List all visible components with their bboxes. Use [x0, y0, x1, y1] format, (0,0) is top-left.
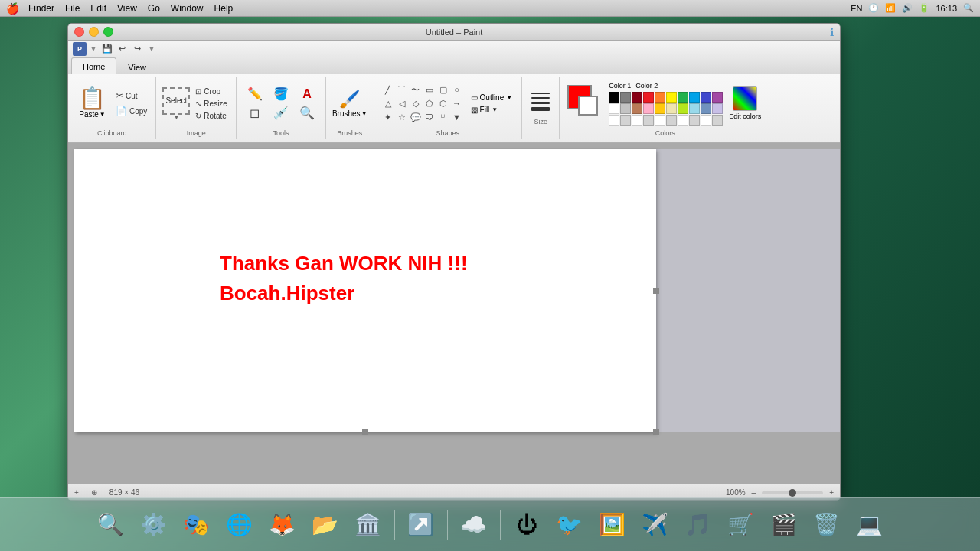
zoom-out-button[interactable]: – [752, 488, 756, 497]
color-lg3[interactable] [643, 115, 654, 126]
color-lg5[interactable] [689, 115, 700, 126]
minimize-button[interactable]: − [89, 27, 99, 37]
color-indigo[interactable] [701, 92, 711, 103]
tab-home[interactable]: Home [71, 57, 116, 74]
dock-system-prefs[interactable]: ⚙️ [134, 505, 174, 545]
dock-cloud[interactable]: ☁️ [454, 505, 494, 545]
dock-music[interactable]: 🎵 [678, 505, 718, 545]
text-button[interactable]: A [295, 85, 319, 103]
status-plus[interactable]: + [74, 488, 79, 497]
resize-button[interactable]: ⤡ Resize [193, 99, 230, 109]
dock-trash[interactable]: 🗑️ [807, 505, 847, 545]
menubar-finder[interactable]: Finder [28, 3, 54, 14]
dock-browser[interactable]: 🌐 [220, 505, 260, 545]
menubar-help[interactable]: Help [214, 3, 234, 14]
paint-menu-button[interactable]: P [73, 42, 87, 56]
canvas-resize-handle[interactable] [653, 429, 659, 435]
color-lightblue[interactable] [689, 103, 700, 114]
color-pink[interactable] [643, 103, 654, 114]
brushes-dropdown[interactable]: Brushes ▼ [332, 109, 368, 118]
fill-color-button[interactable]: ▧ Fill ▼ [469, 105, 514, 115]
color-red[interactable] [643, 92, 654, 103]
dock-power[interactable]: ⏻ [507, 505, 547, 545]
dock-twitter[interactable]: 🐦 [550, 505, 590, 545]
edit-colors-button[interactable]: Edit colors [726, 83, 764, 123]
shape-more3[interactable]: 💬 [410, 111, 422, 123]
color-gray[interactable] [620, 92, 631, 103]
color-steelblue[interactable] [701, 103, 711, 114]
color-lime[interactable] [678, 103, 688, 114]
menubar-edit[interactable]: Edit [90, 3, 106, 14]
shape-rtriangle[interactable]: ◁ [396, 97, 408, 109]
color-white2[interactable] [609, 115, 619, 126]
color-darkred[interactable] [632, 92, 642, 103]
fill-button[interactable]: 🪣 [269, 85, 293, 103]
redo-icon[interactable]: ↪ [131, 42, 145, 56]
paint-canvas[interactable]: Thanks Gan WORK NIH !!! Bocah.Hipster [74, 149, 656, 432]
color-lg4[interactable] [666, 115, 677, 126]
dock-finder[interactable]: 🔍 [91, 505, 131, 545]
shape-arrow[interactable]: → [451, 97, 463, 109]
save-icon[interactable]: 💾 [100, 42, 114, 56]
zoom-in-button[interactable]: + [829, 488, 834, 497]
shape-freeform[interactable]: 〜 [410, 83, 422, 96]
color-lg6[interactable] [712, 115, 723, 126]
undo-icon[interactable]: ↩ [116, 42, 129, 56]
color-w5[interactable] [678, 115, 688, 126]
dock-appstore[interactable]: 🛒 [721, 505, 761, 545]
copy-button[interactable]: 📄 Copy [113, 105, 149, 117]
tab-view[interactable]: View [116, 59, 158, 74]
shape-more1[interactable]: ✦ [382, 111, 394, 123]
dock-share[interactable]: ↗️ [401, 505, 441, 545]
color-gold[interactable] [655, 103, 665, 114]
shape-rect[interactable]: ▭ [423, 83, 436, 96]
outline-button[interactable]: ▭ Outline ▼ [469, 93, 514, 103]
menubar-go[interactable]: Go [148, 3, 160, 14]
rotate-button[interactable]: ↻ Rotate [193, 111, 230, 121]
paste-button[interactable]: 📋 Paste ▼ [74, 85, 110, 122]
shape-ellipse[interactable]: ○ [451, 83, 463, 96]
dock-library[interactable]: 🏛️ [348, 505, 388, 545]
dock-desktop[interactable]: 💻 [850, 505, 890, 545]
help-icon[interactable]: ℹ [830, 26, 834, 38]
cut-button[interactable]: ✂ Cut [113, 90, 149, 102]
color2-swatch[interactable] [578, 96, 598, 116]
color-white[interactable] [609, 103, 619, 114]
shape-pentagon[interactable]: ⬠ [423, 97, 436, 109]
magnify-button[interactable]: 🔍 [295, 104, 319, 122]
dock-photos[interactable]: 🖼️ [593, 505, 632, 545]
maximize-button[interactable]: + [103, 27, 113, 37]
canvas-area[interactable]: Thanks Gan WORK NIH !!! Bocah.Hipster [68, 143, 840, 484]
select-button[interactable]: Select [162, 87, 190, 115]
color-w4[interactable] [655, 115, 665, 126]
menubar-window[interactable]: Window [171, 3, 204, 14]
eraser-button[interactable]: ◻ [243, 104, 267, 122]
brush-icon[interactable]: 🖌️ [339, 90, 360, 109]
crop-button[interactable]: ⊡ Crop [193, 86, 230, 96]
close-button[interactable]: ✕ [74, 27, 84, 37]
shape-curve[interactable]: ⌒ [396, 83, 408, 96]
color-lavender[interactable] [712, 103, 723, 114]
color-cream[interactable] [666, 103, 677, 114]
dock-pilot[interactable]: ✈️ [635, 505, 675, 545]
dock-firefox[interactable]: 🦊 [263, 505, 302, 545]
color-lightgray[interactable] [620, 103, 631, 114]
pencil-button[interactable]: ✏️ [243, 85, 267, 103]
color-green[interactable] [678, 92, 688, 103]
shape-diagonal[interactable]: ╱ [382, 83, 394, 96]
color-lg2[interactable] [620, 115, 631, 126]
shape-more2[interactable]: ☆ [396, 111, 408, 123]
color-black[interactable] [609, 92, 619, 103]
color-brown[interactable] [632, 103, 642, 114]
color-purple[interactable] [712, 92, 723, 103]
shape-more5[interactable]: ⑂ [437, 111, 449, 123]
canvas-right-handle[interactable] [653, 288, 659, 294]
color-blue[interactable] [689, 92, 700, 103]
shape-roundrect[interactable]: ▢ [437, 83, 449, 96]
picker-button[interactable]: 💉 [269, 104, 293, 122]
color-w3[interactable] [632, 115, 642, 126]
size-selector-lines[interactable] [528, 90, 553, 114]
menubar-view[interactable]: View [117, 3, 137, 14]
shape-diamond[interactable]: ◇ [410, 97, 422, 109]
shape-more4[interactable]: 🗨 [423, 111, 436, 123]
